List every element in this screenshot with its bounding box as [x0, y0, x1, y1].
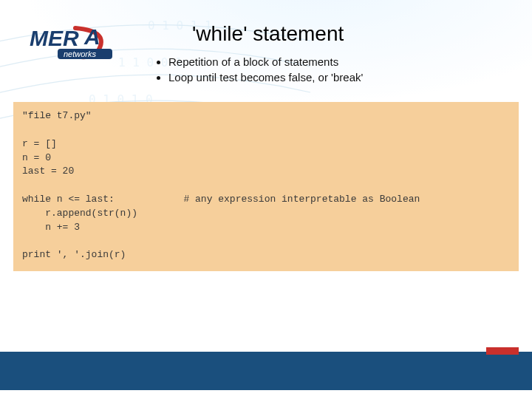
accent-tab	[486, 347, 519, 355]
footer-bar	[0, 352, 532, 390]
svg-text:A: A	[83, 24, 100, 49]
brand-logo: MER A networks	[30, 22, 140, 66]
list-item: Repetition of a block of statements	[168, 55, 363, 68]
code-block: "file t7.py" r = [] n = 0 last = 20 whil…	[13, 102, 519, 271]
bullet-list: Repetition of a block of statements Loop…	[155, 55, 363, 86]
list-item: Loop until test becomes false, or 'break…	[168, 71, 363, 83]
slide-title: 'while' statement	[192, 22, 344, 46]
logo-text-sub: networks	[64, 50, 97, 58]
logo-text-main: MER	[30, 26, 79, 50]
